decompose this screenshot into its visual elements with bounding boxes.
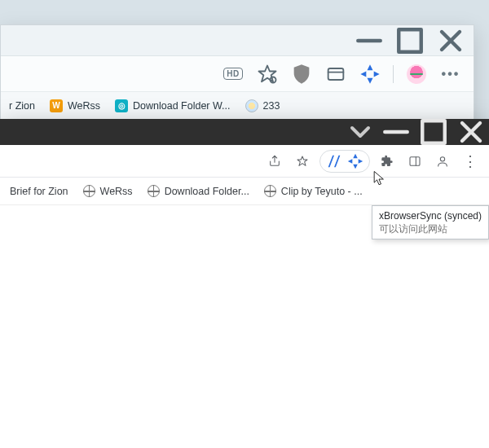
tooltip-title: xBrowserSync (synced)	[379, 209, 482, 222]
maximize-button[interactable]	[392, 29, 428, 53]
maximize-button[interactable]	[416, 119, 452, 145]
share-icon[interactable]	[264, 151, 285, 172]
tab-dropdown-icon[interactable]	[344, 119, 377, 145]
bookmark-label: 233	[263, 100, 280, 112]
favorites-icon[interactable]	[256, 63, 279, 86]
shield-icon[interactable]	[290, 63, 313, 86]
bookmark-label: Brief for Zion	[10, 186, 68, 197]
toolbar: ⋮	[0, 145, 489, 178]
profile-icon[interactable]	[432, 151, 453, 172]
favicon-icon: W	[50, 99, 63, 112]
globe-icon	[148, 185, 160, 197]
bookmark-label: WeRss	[100, 186, 133, 197]
hd-badge-icon[interactable]: HD	[222, 63, 244, 86]
bookmark-item[interactable]: r Zion	[9, 100, 35, 112]
bookmark-label: Download Folder...	[165, 186, 249, 197]
svg-rect-1	[399, 29, 421, 52]
svg-rect-9	[422, 121, 445, 143]
close-button[interactable]	[453, 119, 489, 145]
bookmark-label: r Zion	[9, 100, 35, 112]
bookmark-item[interactable]: Download Folder...	[148, 185, 249, 197]
extensions-puzzle-icon[interactable]	[377, 151, 398, 172]
minimize-button[interactable]	[378, 119, 414, 145]
bookmark-label: Download Folder W...	[133, 100, 231, 112]
profile-avatar-icon[interactable]	[405, 63, 428, 86]
extension-tooltip: xBrowserSync (synced) 可以访问此网站	[372, 205, 489, 239]
bookmark-label: WeRss	[68, 100, 100, 112]
svg-point-16	[440, 156, 444, 160]
favicon-icon	[245, 99, 258, 112]
favicon-icon: ◎	[115, 99, 128, 112]
toolbar: HD •••	[1, 56, 474, 92]
more-menu-icon[interactable]: •••	[439, 63, 462, 86]
minimize-button[interactable]	[351, 29, 387, 53]
bookmarks-bar: Brief for Zion WeRss Download Folder... …	[0, 178, 489, 205]
bookmark-item[interactable]: WeRss	[83, 185, 133, 197]
svg-rect-6	[328, 68, 344, 80]
foreground-browser-window: ⋮ Brief for Zion WeRss Download Folder..…	[0, 119, 489, 448]
page-content: xBrowserSync (synced) 可以访问此网站	[0, 205, 489, 448]
bookmark-item[interactable]: W WeRss	[50, 99, 100, 112]
anthropic-extension-icon[interactable]	[325, 152, 343, 170]
side-panel-icon[interactable]	[404, 151, 425, 172]
bookmark-label: Clip by Teyuto - ...	[281, 186, 363, 197]
bookmark-item[interactable]: Clip by Teyuto - ...	[264, 185, 363, 197]
library-icon[interactable]	[324, 63, 347, 86]
window-titlebar	[1, 25, 474, 56]
close-button[interactable]	[433, 29, 469, 53]
xbrowsersync-extension-icon[interactable]	[346, 152, 364, 170]
bookmark-item[interactable]: Brief for Zion	[10, 186, 68, 197]
tooltip-subtitle: 可以访问此网站	[379, 222, 482, 235]
xbrowsersync-extension-icon[interactable]	[359, 63, 381, 86]
bookmark-star-icon[interactable]	[292, 151, 313, 172]
bookmark-item[interactable]: 233	[245, 99, 280, 112]
svg-marker-13	[297, 156, 307, 165]
toolbar-divider	[393, 65, 394, 83]
kebab-menu-icon[interactable]: ⋮	[460, 151, 481, 172]
svg-rect-14	[410, 156, 420, 165]
globe-icon	[264, 185, 276, 197]
window-titlebar	[0, 119, 489, 145]
globe-icon	[83, 185, 95, 197]
extension-pill	[319, 150, 370, 173]
bookmark-item[interactable]: ◎ Download Folder W...	[115, 99, 231, 112]
svg-marker-4	[259, 65, 276, 81]
